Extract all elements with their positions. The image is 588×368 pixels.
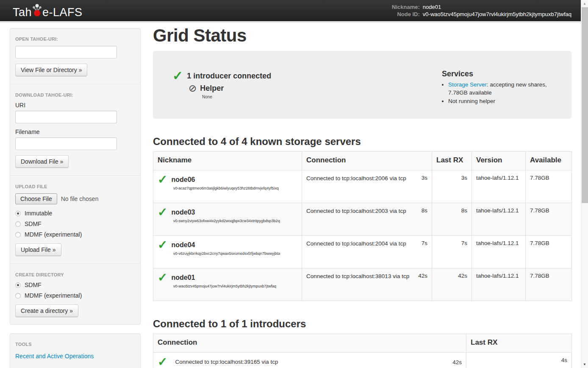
server-available: 7.78GB xyxy=(526,203,572,236)
server-version: tahoe-lafs/1.12.1 xyxy=(472,236,526,268)
introducers-table: Connection Last RX ✓ Connected to tcp:lo… xyxy=(153,334,572,368)
server-nickname: node06 xyxy=(171,176,195,184)
radio-mkdir-mdmf[interactable] xyxy=(15,293,21,298)
storage-servers-heading: Connected to 4 of 4 known storage server… xyxy=(153,136,571,148)
create-directory-section: CREATE DIRECTORY SDMF MDMF (experimental… xyxy=(15,272,135,317)
col-nickname: Nickname xyxy=(153,152,302,170)
server-available: 7.78GB xyxy=(526,236,572,268)
node-id-label: Node ID: xyxy=(392,11,420,18)
services-summary: Services Storage Server: accepting new s… xyxy=(442,70,559,99)
grid-status-summary: ✓ 1 introducer connected ⊘ Helper None S… xyxy=(153,51,571,119)
server-row-node04: ✓ node04 v0-v6zuyjkbrrkqy2bvc2cny7qwax5s… xyxy=(153,236,572,268)
download-file-button[interactable]: Download File » xyxy=(15,155,69,168)
introducer-last-rx: 4s xyxy=(466,353,572,368)
download-uri-input[interactable] xyxy=(15,111,117,123)
page: Tah e-LAFS Nickname: node01 Node ID: v0-… xyxy=(0,0,588,368)
col-introducer-last-rx: Last RX xyxy=(466,334,572,353)
server-version: tahoe-lafs/1.12.1 xyxy=(472,203,526,236)
page-scrollbar[interactable]: ▲ ▼ xyxy=(581,0,588,368)
radio-immutable[interactable] xyxy=(15,211,21,216)
connected-check-icon: ✓ xyxy=(158,273,167,283)
server-row-node03: ✓ node03 v0-swny2viyw63ofxwi4x2yykd2woqj… xyxy=(153,203,572,236)
server-available: 7.78GB xyxy=(526,170,572,203)
nickname-value: node01 xyxy=(423,3,571,11)
introducer-connection: Connected to tcp:localhost:39165 via tcp xyxy=(175,358,449,366)
file-chosen-status: No file chosen xyxy=(61,195,99,202)
download-uri-label: DOWNLOAD TAHOE-URI: xyxy=(15,92,135,98)
server-connection: Connected to tcp:localhost:38013 via tcp xyxy=(306,273,409,280)
connected-check-icon: ✓ xyxy=(158,357,167,367)
storage-server-link[interactable]: Storage Server xyxy=(448,81,487,88)
radio-mkdir-sdmf[interactable] xyxy=(15,282,21,288)
server-version: tahoe-lafs/1.12.1 xyxy=(472,268,526,301)
upload-format-option-immutable[interactable]: Immutable xyxy=(15,210,135,217)
server-node-id: v0-acaz7qptmeo6m3asjlgkb6iwlyuqey53hz26t… xyxy=(158,186,297,191)
mkdir-format-option-sdmf[interactable]: SDMF xyxy=(15,282,135,288)
scrollbar-down-arrow-icon[interactable]: ▼ xyxy=(581,361,588,368)
col-introducer-connection: Connection xyxy=(153,334,466,353)
tahoe-lafs-logo[interactable]: Tah e-LAFS xyxy=(13,3,83,18)
storage-servers-table: Nickname Connection Last RX Version Avai… xyxy=(153,151,572,301)
filename-input[interactable] xyxy=(15,137,117,150)
server-row-node06: ✓ node06 v0-acaz7qptmeo6m3asjlgkb6iwlyuq… xyxy=(153,170,572,203)
server-last-rx: 3s xyxy=(432,170,472,203)
recent-operations-link[interactable]: Recent and Active Operations xyxy=(15,353,94,360)
server-connection: Connected to tcp:localhost:2004 via tcp xyxy=(306,240,406,248)
server-last-rx: 8s xyxy=(432,203,472,236)
connection-age: 42s xyxy=(452,359,462,365)
server-nickname: node01 xyxy=(171,274,195,282)
connection-age: 42s xyxy=(418,273,427,279)
brand-text-post: e-LAFS xyxy=(42,7,83,18)
connection-age: 3s xyxy=(422,175,427,181)
create-directory-label: CREATE DIRECTORY xyxy=(15,272,135,277)
upload-format-option-mdmf[interactable]: MDMF (experimental) xyxy=(15,231,135,238)
connection-age: 7s xyxy=(422,240,427,246)
col-last-rx: Last RX xyxy=(432,152,472,170)
page-title: Grid Status xyxy=(153,25,571,46)
server-last-rx: 42s xyxy=(432,268,472,301)
server-row-node01: ✓ node01 v0-wao5tzv45pmoju47jow7rvl4ukir… xyxy=(153,268,572,301)
service-helper-item: Not running helper xyxy=(448,97,559,105)
top-navbar: Tah e-LAFS Nickname: node01 Node ID: v0-… xyxy=(0,0,581,21)
server-connection: Connected to tcp:localhost:2006 via tcp xyxy=(306,175,406,182)
server-available: 7.78GB xyxy=(526,268,572,301)
tools-panel: TOOLS Recent and Active Operations xyxy=(10,333,141,368)
mkdir-format-option-mdmf[interactable]: MDMF (experimental) xyxy=(15,292,135,299)
radio-upload-sdmf[interactable] xyxy=(15,221,21,227)
node-meta: Nickname: node01 Node ID: v0-wao5tzv45pm… xyxy=(392,3,571,18)
upload-section: UPLOAD FILE Choose File No file chosen I… xyxy=(15,184,135,256)
sidebar: OPEN TAHOE-URI: View File or Directory »… xyxy=(10,28,141,368)
scrollbar-thumb[interactable] xyxy=(582,7,588,203)
sidebar-divider xyxy=(10,176,140,176)
choose-file-button[interactable]: Choose File xyxy=(15,193,57,204)
upload-format-option-sdmf[interactable]: SDMF xyxy=(15,220,135,227)
nickname-label: Nickname: xyxy=(392,3,420,11)
main-content: Grid Status ✓ 1 introducer connected ⊘ H… xyxy=(153,23,571,368)
connection-age: 8s xyxy=(422,207,427,214)
introducers-heading: Connected to 1 of 1 introducers xyxy=(153,318,571,330)
upload-file-label: UPLOAD FILE xyxy=(15,184,135,189)
server-last-rx: 7s xyxy=(432,236,472,268)
introducer-row: ✓ Connected to tcp:localhost:39165 via t… xyxy=(153,353,572,368)
server-nickname: node04 xyxy=(171,241,195,249)
server-node-id: v0-swny2viyw63ofxwi4x2yykd2woqjbpx3cw34x… xyxy=(158,218,297,224)
helper-value: None xyxy=(202,95,271,99)
upload-file-button[interactable]: Upload File » xyxy=(15,243,61,256)
connected-check-icon: ✓ xyxy=(158,240,167,250)
service-storage-item: Storage Server: accepting new shares, 7.… xyxy=(448,81,559,97)
services-title: Services xyxy=(442,70,559,78)
view-file-button[interactable]: View File or Directory » xyxy=(15,64,87,76)
connected-check-icon: ✓ xyxy=(158,175,167,185)
introducer-status-text: 1 introducer connected xyxy=(187,72,271,81)
servers-header-row: Nickname Connection Last RX Version Avai… xyxy=(153,152,572,170)
radio-upload-mdmf[interactable] xyxy=(15,232,21,237)
open-uri-input[interactable] xyxy=(15,46,117,59)
create-directory-button[interactable]: Create a directory » xyxy=(15,304,78,317)
sidebar-divider xyxy=(10,264,140,265)
sidebar-divider xyxy=(10,84,140,85)
uri-field-label: URI xyxy=(15,102,135,109)
col-version: Version xyxy=(472,152,526,170)
open-uri-label: OPEN TAHOE-URI: xyxy=(15,36,135,42)
filename-field-label: Filename xyxy=(15,128,135,135)
scrollbar-up-arrow-icon[interactable]: ▲ xyxy=(581,0,588,7)
